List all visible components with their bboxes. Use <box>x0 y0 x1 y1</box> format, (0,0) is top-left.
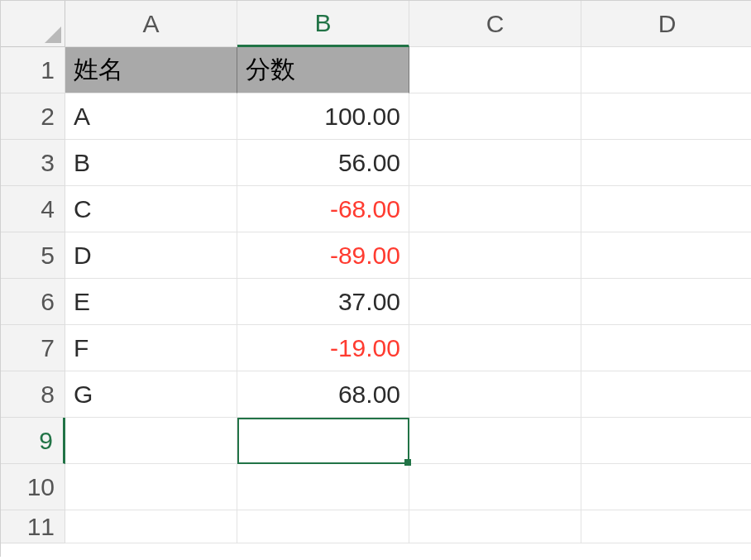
cell-B6[interactable]: 37.00 <box>237 279 409 325</box>
cell-C6[interactable] <box>409 279 581 325</box>
spreadsheet-grid[interactable]: A B C D 1 姓名 分数 2 A 100.00 3 B 56.00 4 C… <box>0 0 751 557</box>
row-header-8[interactable]: 8 <box>1 371 65 418</box>
col-header-B[interactable]: B <box>237 1 409 47</box>
cell-C8[interactable] <box>409 371 581 418</box>
cell-D11[interactable] <box>581 510 751 543</box>
row-header-9[interactable]: 9 <box>1 418 65 464</box>
cell-A9[interactable] <box>65 418 237 464</box>
row-header-10[interactable]: 10 <box>1 464 65 510</box>
cell-C2[interactable] <box>409 93 581 140</box>
cell-D10[interactable] <box>581 464 751 510</box>
cell-C11[interactable] <box>409 510 581 543</box>
cell-C3[interactable] <box>409 140 581 186</box>
cell-B11[interactable] <box>237 510 409 543</box>
cell-C9[interactable] <box>409 418 581 464</box>
col-header-D[interactable]: D <box>581 1 751 47</box>
cell-B5[interactable]: -89.00 <box>237 232 409 279</box>
cell-C10[interactable] <box>409 464 581 510</box>
col-header-A[interactable]: A <box>65 1 237 47</box>
cell-D2[interactable] <box>581 93 751 140</box>
row-header-3[interactable]: 3 <box>1 140 65 186</box>
cell-A7[interactable]: F <box>65 325 237 371</box>
cell-B7[interactable]: -19.00 <box>237 325 409 371</box>
cell-D4[interactable] <box>581 186 751 232</box>
row-header-5[interactable]: 5 <box>1 232 65 279</box>
row-header-6[interactable]: 6 <box>1 279 65 325</box>
cell-B1[interactable]: 分数 <box>237 47 409 93</box>
cell-A8[interactable]: G <box>65 371 237 418</box>
row-header-1[interactable]: 1 <box>1 47 65 93</box>
cell-A1[interactable]: 姓名 <box>65 47 237 93</box>
row-header-2[interactable]: 2 <box>1 93 65 140</box>
cell-B3[interactable]: 56.00 <box>237 140 409 186</box>
cell-B9[interactable] <box>237 418 409 464</box>
select-all-corner[interactable] <box>1 1 65 47</box>
cell-C7[interactable] <box>409 325 581 371</box>
row-header-4[interactable]: 4 <box>1 186 65 232</box>
cell-C4[interactable] <box>409 186 581 232</box>
cell-A4[interactable]: C <box>65 186 237 232</box>
row-header-11[interactable]: 11 <box>1 510 65 543</box>
cell-B8[interactable]: 68.00 <box>237 371 409 418</box>
cell-A11[interactable] <box>65 510 237 543</box>
cell-D6[interactable] <box>581 279 751 325</box>
cell-A2[interactable]: A <box>65 93 237 140</box>
cell-A10[interactable] <box>65 464 237 510</box>
cell-D9[interactable] <box>581 418 751 464</box>
cell-D8[interactable] <box>581 371 751 418</box>
cell-B10[interactable] <box>237 464 409 510</box>
col-header-C[interactable]: C <box>409 1 581 47</box>
row-header-7[interactable]: 7 <box>1 325 65 371</box>
cell-D3[interactable] <box>581 140 751 186</box>
cell-D5[interactable] <box>581 232 751 279</box>
cell-A5[interactable]: D <box>65 232 237 279</box>
cell-D7[interactable] <box>581 325 751 371</box>
cell-A6[interactable]: E <box>65 279 237 325</box>
cell-C5[interactable] <box>409 232 581 279</box>
cell-B4[interactable]: -68.00 <box>237 186 409 232</box>
cell-D1[interactable] <box>581 47 751 93</box>
cell-C1[interactable] <box>409 47 581 93</box>
cell-A3[interactable]: B <box>65 140 237 186</box>
cell-B2[interactable]: 100.00 <box>237 93 409 140</box>
